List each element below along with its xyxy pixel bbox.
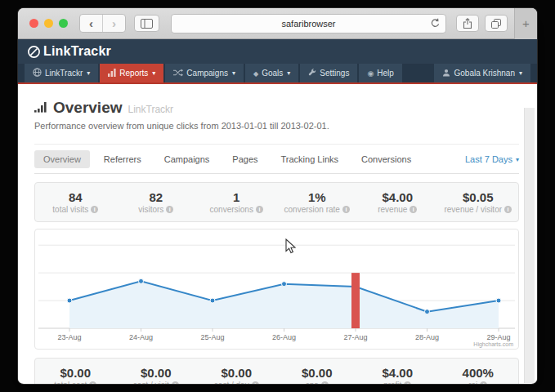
reload-button[interactable] — [430, 17, 441, 32]
report-tabs: OverviewReferrersCampaignsPagesTracking … — [34, 144, 519, 174]
stat-revenue-visitor: $0.05revenue / visitori — [438, 190, 519, 214]
main-nav: LinkTrackr▾Reports▾Campaigns▾◆Goals▾Sett… — [18, 64, 537, 82]
data-point-29-aug[interactable] — [496, 298, 501, 303]
info-icon[interactable]: i — [404, 381, 411, 384]
zoom-window-button[interactable] — [59, 19, 68, 28]
x-axis-label: 25-Aug — [200, 333, 224, 341]
info-icon[interactable]: i — [321, 381, 329, 384]
forward-button[interactable]: › — [102, 15, 125, 32]
web-page: LinkTrackr LinkTrackr▾Reports▾Campaigns▾… — [18, 39, 537, 383]
page-title-suffix: LinkTrackr — [128, 104, 174, 115]
date-range-selector[interactable]: Last 7 Days ▾ — [465, 154, 519, 164]
info-icon[interactable]: i — [342, 206, 350, 213]
stats-row-top: 84total visitsi82visitorsi1conversionsi1… — [34, 182, 519, 222]
stat-label-text: cpa — [306, 381, 319, 384]
data-point-24-aug[interactable] — [139, 278, 144, 283]
data-point-25-aug[interactable] — [210, 298, 215, 303]
show-tabs-button[interactable] — [485, 15, 508, 32]
user-menu[interactable]: Gobala Krishnan▾ — [434, 64, 530, 82]
data-point-28-aug[interactable] — [425, 310, 430, 314]
sidebar-icon — [141, 19, 153, 29]
stat-value: $0.00 — [35, 366, 116, 380]
shuffle-icon — [173, 69, 183, 78]
forward-chevron-icon: › — [112, 17, 116, 29]
diamond-icon: ◆ — [253, 69, 258, 78]
highlight-column-27-aug[interactable] — [351, 273, 360, 328]
tab-tracking-links[interactable]: Tracking Links — [272, 150, 348, 168]
info-icon[interactable]: i — [172, 381, 179, 384]
linktrackr-logo-icon — [27, 45, 41, 59]
back-button[interactable]: ‹ — [80, 15, 102, 32]
nav-item-help[interactable]: ◉Help — [359, 64, 401, 82]
stat-label: cpai — [277, 381, 358, 384]
info-icon[interactable]: i — [256, 206, 263, 213]
globe-icon — [33, 68, 42, 78]
stat-label: total costi — [35, 381, 116, 384]
nav-item-settings[interactable]: Settings — [300, 64, 357, 82]
info-icon[interactable]: i — [89, 381, 96, 384]
info-icon[interactable]: i — [252, 381, 259, 384]
stat-value: 84 — [35, 190, 116, 204]
chart-credit: Highcharts.com — [473, 341, 513, 347]
caret-down-icon: ▾ — [87, 69, 90, 77]
app-header: LinkTrackr — [18, 39, 537, 64]
stat-visitors: 82visitorsi — [116, 190, 197, 214]
data-point-23-aug[interactable] — [67, 298, 72, 303]
nav-item-label: Reports — [119, 69, 148, 78]
app-logo[interactable]: LinkTrackr — [27, 44, 111, 59]
address-bar[interactable]: safaribrowser — [171, 14, 446, 33]
plus-icon: + — [522, 17, 530, 29]
nav-item-reports[interactable]: Reports▾ — [100, 64, 163, 82]
window-controls — [29, 19, 68, 28]
tab-pages[interactable]: Pages — [223, 150, 266, 168]
page-scrollbar[interactable] — [524, 108, 535, 383]
stat-roi: 400%roii — [438, 366, 519, 384]
nav-item-label: Goals — [262, 69, 283, 78]
info-icon[interactable]: i — [410, 206, 417, 213]
stat-label: total visitsi — [35, 205, 116, 214]
caret-down-icon: ▾ — [519, 69, 522, 77]
tab-conversions[interactable]: Conversions — [352, 150, 420, 168]
stat-value: $4.00 — [357, 366, 438, 380]
info-icon[interactable]: i — [480, 381, 487, 384]
tabs-overview-icon — [490, 18, 502, 29]
minimize-window-button[interactable] — [44, 19, 53, 28]
user-icon — [442, 69, 450, 78]
share-button[interactable] — [456, 15, 479, 32]
bar-chart-icon — [34, 101, 47, 113]
nav-item-goals[interactable]: ◆Goals▾ — [245, 64, 298, 82]
caret-down-icon: ▾ — [152, 69, 155, 77]
browser-window: ‹ › safaribrowser — [18, 8, 537, 384]
tab-referrers[interactable]: Referrers — [95, 150, 150, 168]
tab-overview[interactable]: Overview — [34, 150, 90, 168]
nav-accent-line — [18, 82, 537, 84]
stat-label: profiti — [357, 381, 438, 384]
stat-total-visits: 84total visitsi — [35, 190, 116, 214]
stat-conversions: 1conversionsi — [196, 190, 277, 214]
x-axis-label: 28-Aug — [415, 333, 439, 341]
page-subtitle: Performance overview from unique clicks … — [34, 121, 519, 131]
stat-label-text: cost / day — [214, 381, 249, 384]
stat-label: cost / dayi — [196, 381, 277, 384]
stat-cost-visit: $0.00cost / visiti — [116, 366, 197, 384]
visits-line-chart[interactable]: 23-Aug24-Aug25-Aug26-Aug27-Aug28-Aug29-A… — [35, 229, 518, 347]
user-menu-label: Gobala Krishnan — [454, 69, 515, 78]
nav-item-label: Campaigns — [186, 69, 228, 78]
info-icon[interactable]: i — [166, 206, 173, 213]
stat-cpa: $0.00cpai — [277, 366, 358, 384]
stat-label: conversionsi — [196, 205, 277, 214]
stat-cost-day: $0.00cost / dayi — [196, 366, 277, 384]
stat-value: 1 — [196, 190, 277, 204]
info-icon[interactable]: i — [504, 206, 512, 213]
data-point-26-aug[interactable] — [282, 282, 287, 287]
sidebar-toggle-button[interactable] — [134, 15, 159, 32]
new-tab-button[interactable]: + — [514, 8, 537, 39]
nav-item-campaigns[interactable]: Campaigns▾ — [165, 64, 244, 82]
close-window-button[interactable] — [29, 19, 38, 28]
info-icon[interactable]: i — [91, 206, 98, 213]
nav-item-label: Settings — [320, 69, 349, 78]
stat-label: roii — [438, 381, 519, 384]
tab-campaigns[interactable]: Campaigns — [155, 150, 219, 168]
caret-down-icon: ▾ — [287, 69, 290, 77]
nav-item-linktrackr[interactable]: LinkTrackr▾ — [25, 64, 98, 82]
